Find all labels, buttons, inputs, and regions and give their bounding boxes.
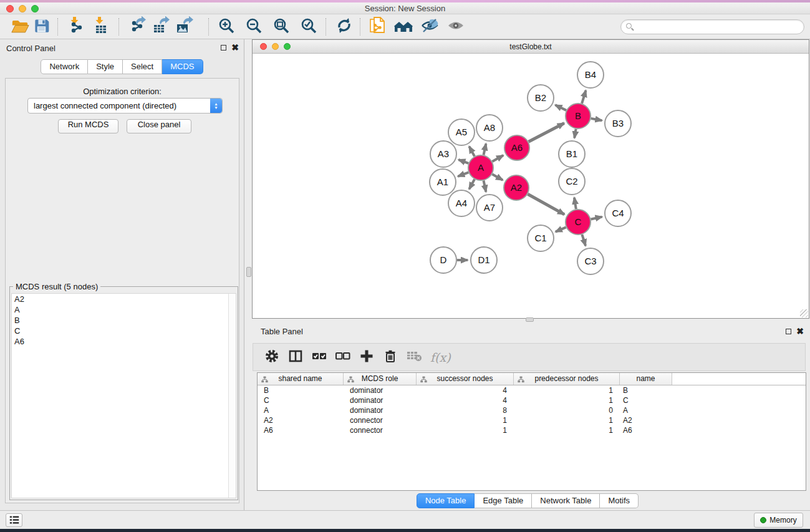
cell-MCDS-role[interactable]: dominator (344, 385, 417, 395)
cell-name[interactable]: B (620, 385, 672, 395)
cell-successor-nodes[interactable]: 4 (417, 385, 514, 395)
mcds-result-item[interactable]: A6 (12, 336, 236, 347)
zoom-in-button[interactable] (216, 16, 237, 37)
tab-network-table[interactable]: Network Table (532, 493, 600, 508)
table-row[interactable]: Adominator80A (258, 405, 806, 415)
cell-MCDS-role[interactable]: connector (344, 425, 417, 435)
mcds-result-item[interactable]: B (12, 315, 236, 326)
graph-edge-A-A5[interactable] (469, 147, 475, 157)
delete-column-button[interactable] (383, 350, 398, 365)
tab-node-table[interactable]: Node Table (417, 493, 475, 508)
column-header-shared-name[interactable]: shared name (258, 373, 344, 385)
clone-network-button[interactable] (367, 16, 388, 37)
column-header-name[interactable]: name (620, 373, 672, 385)
split-table-button[interactable] (288, 350, 303, 365)
graph-edge-A-A1[interactable] (458, 172, 468, 176)
tab-network[interactable]: Network (41, 59, 88, 74)
horizontal-splitter-knob[interactable] (526, 317, 534, 322)
cell-shared-name[interactable]: A (258, 405, 344, 415)
cell-shared-name[interactable]: C (258, 395, 344, 405)
mcds-result-item[interactable]: A (12, 304, 236, 315)
delete-table-button[interactable] (407, 350, 422, 365)
cell-predecessor-nodes[interactable]: 1 (514, 385, 620, 395)
cell-successor-nodes[interactable]: 1 (417, 415, 514, 425)
cell-predecessor-nodes[interactable]: 1 (514, 395, 620, 405)
graph-edge-B-B1[interactable] (574, 129, 576, 138)
graph-edge-A-A2[interactable] (492, 174, 503, 180)
cell-predecessor-nodes[interactable]: 1 (514, 425, 620, 435)
zoom-fit-button[interactable] (271, 16, 292, 37)
cell-name[interactable]: A2 (620, 415, 672, 425)
cell-shared-name[interactable]: A6 (258, 425, 344, 435)
cell-name[interactable]: A6 (620, 425, 672, 435)
graph-edge-B-B4[interactable] (582, 90, 586, 104)
close-table-panel-icon[interactable]: ✖ (796, 328, 804, 334)
select-all-button[interactable] (312, 350, 327, 365)
cell-predecessor-nodes[interactable]: 0 (514, 405, 620, 415)
graph-edge-C-C4[interactable] (591, 217, 602, 220)
column-header-predecessor-nodes[interactable]: predecessor nodes (514, 373, 620, 385)
export-table-button[interactable] (150, 16, 171, 37)
tab-edge-table[interactable]: Edge Table (475, 493, 532, 508)
tab-mcds[interactable]: MCDS (162, 59, 203, 74)
refresh-button[interactable] (334, 16, 355, 37)
hide-selected-button[interactable] (419, 16, 440, 37)
criterion-dropdown[interactable]: largest connected component (directed) ▲… (27, 98, 223, 114)
save-button[interactable] (31, 16, 52, 37)
graph-edge-A-A4[interactable] (469, 179, 475, 189)
search-input[interactable] (635, 21, 800, 33)
import-network-button[interactable] (64, 16, 85, 37)
graph-edge-C-C2[interactable] (574, 198, 576, 210)
run-mcds-button[interactable]: Run MCDS (58, 119, 118, 133)
cell-predecessor-nodes[interactable]: 1 (514, 415, 620, 425)
network-graph[interactable]: B4B2BB3A8A5A6A3B1AC2A1A2A4A7C4CC1DD1C3 (253, 54, 809, 318)
import-table-button[interactable] (89, 16, 110, 37)
task-history-button[interactable] (6, 513, 22, 527)
graph-edge-C-C1[interactable] (556, 227, 566, 231)
column-header-MCDS-role[interactable]: MCDS role (344, 373, 417, 385)
cell-MCDS-role[interactable]: dominator (344, 395, 417, 405)
table-row[interactable]: A2connector11A2 (258, 415, 806, 425)
cell-name[interactable]: A (620, 405, 672, 415)
zoom-selected-button[interactable] (298, 16, 319, 37)
graph-edge-B-B2[interactable] (555, 105, 566, 110)
graph-edge-A2-C[interactable] (528, 194, 564, 215)
mcds-result-item[interactable]: A2 (12, 294, 236, 304)
close-panel-button[interactable]: Close panel (127, 119, 191, 133)
vertical-splitter-knob[interactable] (246, 267, 251, 277)
cell-successor-nodes[interactable]: 1 (417, 425, 514, 435)
open-button[interactable] (9, 16, 31, 37)
graph-edge-C-C3[interactable] (582, 235, 586, 246)
network-canvas[interactable]: B4B2BB3A8A5A6A3B1AC2A1A2A4A7C4CC1DD1C3 (253, 54, 809, 318)
graph-edge-A-A7[interactable] (484, 181, 486, 192)
first-neighbors-button[interactable] (393, 16, 414, 37)
result-list-scrollbar[interactable] (228, 294, 236, 498)
float-table-panel-icon[interactable] (786, 329, 791, 334)
close-panel-icon[interactable]: ✖ (231, 44, 239, 51)
tab-style[interactable]: Style (88, 59, 123, 74)
function-builder-button[interactable]: f(x) (430, 351, 451, 364)
tab-select[interactable]: Select (123, 59, 162, 74)
table-settings-button[interactable] (264, 350, 279, 365)
cell-MCDS-role[interactable]: connector (344, 415, 417, 425)
show-all-button[interactable] (445, 16, 466, 37)
table-row[interactable]: Cdominator41C (258, 395, 806, 405)
graph-edge-A-A8[interactable] (484, 143, 486, 155)
search-box[interactable] (620, 19, 804, 34)
deselect-all-button[interactable] (335, 350, 350, 365)
zoom-out-button[interactable] (243, 16, 264, 37)
tab-motifs[interactable]: Motifs (600, 493, 639, 508)
float-panel-icon[interactable] (221, 45, 226, 51)
cell-shared-name[interactable]: A2 (258, 415, 344, 425)
export-image-button[interactable] (174, 16, 195, 37)
add-column-button[interactable] (359, 350, 374, 365)
cell-successor-nodes[interactable]: 8 (417, 405, 514, 415)
export-network-button[interactable] (127, 16, 148, 37)
table-row[interactable]: Bdominator41B (258, 385, 806, 395)
cell-MCDS-role[interactable]: dominator (344, 405, 417, 415)
mcds-result-item[interactable]: C (12, 326, 236, 336)
graph-edge-B-B3[interactable] (591, 118, 602, 120)
graph-edge-A-A3[interactable] (458, 160, 468, 163)
table-row[interactable]: A6connector11A6 (258, 425, 806, 435)
cell-successor-nodes[interactable]: 4 (417, 395, 514, 405)
